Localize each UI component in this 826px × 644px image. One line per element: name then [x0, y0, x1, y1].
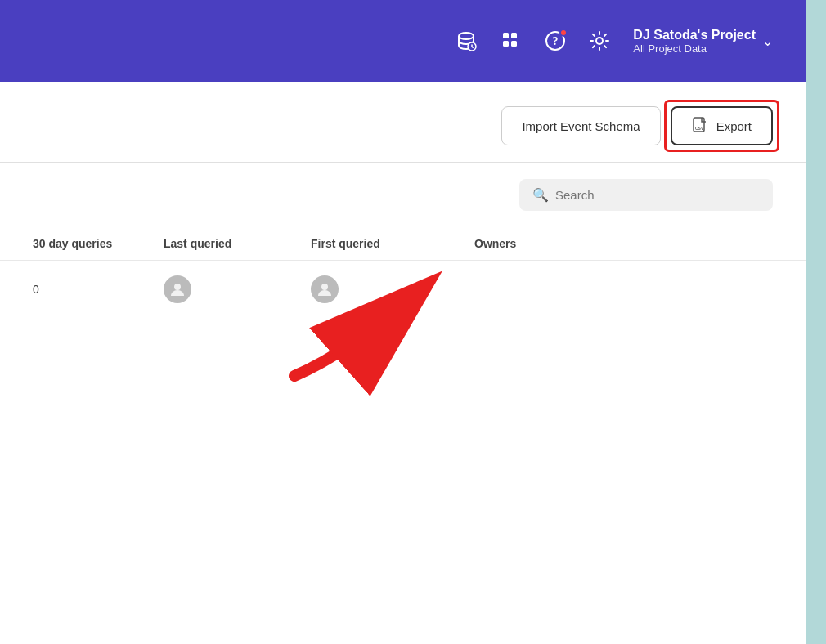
svg-point-8 — [596, 38, 603, 44]
main-content: Import Event Schema CSV Export 🔍 3 — [0, 82, 806, 644]
table-header: 30 day queries Last queried First querie… — [0, 227, 806, 261]
database-settings-icon[interactable] — [455, 29, 478, 52]
svg-point-11 — [174, 284, 181, 290]
avatar-last-queried — [164, 275, 191, 303]
search-row: 🔍 — [0, 163, 806, 227]
header: ? DJ Satoda's Project All Project Data ⌄ — [0, 0, 806, 82]
export-button-wrapper: CSV Export — [671, 106, 773, 145]
svg-text:?: ? — [553, 35, 559, 47]
export-label: Export — [716, 119, 752, 133]
cell-last-queried — [164, 275, 311, 303]
settings-icon[interactable] — [589, 30, 610, 51]
import-event-schema-button[interactable]: Import Event Schema — [501, 106, 660, 145]
svg-rect-2 — [503, 33, 509, 38]
export-button[interactable]: CSV Export — [671, 106, 773, 145]
column-header-owners: Owners — [474, 237, 572, 250]
search-box: 🔍 — [519, 179, 773, 211]
cell-queries: 0 — [33, 283, 164, 296]
cell-first-queried — [311, 275, 474, 303]
search-icon: 🔍 — [532, 187, 549, 203]
chevron-down-icon: ⌄ — [762, 34, 773, 49]
svg-text:CSV: CSV — [695, 126, 704, 131]
queries-value: 0 — [33, 283, 39, 296]
toolbar: Import Event Schema CSV Export — [0, 82, 806, 162]
help-icon[interactable]: ? — [545, 30, 566, 51]
project-text: DJ Satoda's Project All Project Data — [633, 27, 756, 55]
project-subtitle: All Project Data — [633, 42, 707, 55]
svg-point-12 — [321, 284, 328, 290]
project-selector[interactable]: DJ Satoda's Project All Project Data ⌄ — [633, 27, 773, 55]
avatar-first-queried — [311, 275, 339, 303]
svg-rect-3 — [511, 33, 517, 38]
grid-icon[interactable] — [501, 30, 522, 51]
svg-rect-5 — [511, 41, 517, 47]
notification-dot — [559, 29, 568, 37]
import-label: Import Event Schema — [522, 119, 640, 133]
svg-rect-4 — [503, 41, 509, 47]
svg-point-0 — [459, 33, 474, 39]
column-header-queries: 30 day queries — [33, 237, 164, 250]
column-header-first-queried: First queried — [311, 237, 474, 250]
search-input[interactable] — [555, 188, 760, 202]
table-row: 0 — [0, 261, 806, 318]
scrollbar[interactable] — [806, 0, 826, 644]
column-header-last-queried: Last queried — [164, 237, 311, 250]
project-name: DJ Satoda's Project — [633, 27, 756, 42]
csv-file-icon: CSV — [692, 117, 710, 135]
